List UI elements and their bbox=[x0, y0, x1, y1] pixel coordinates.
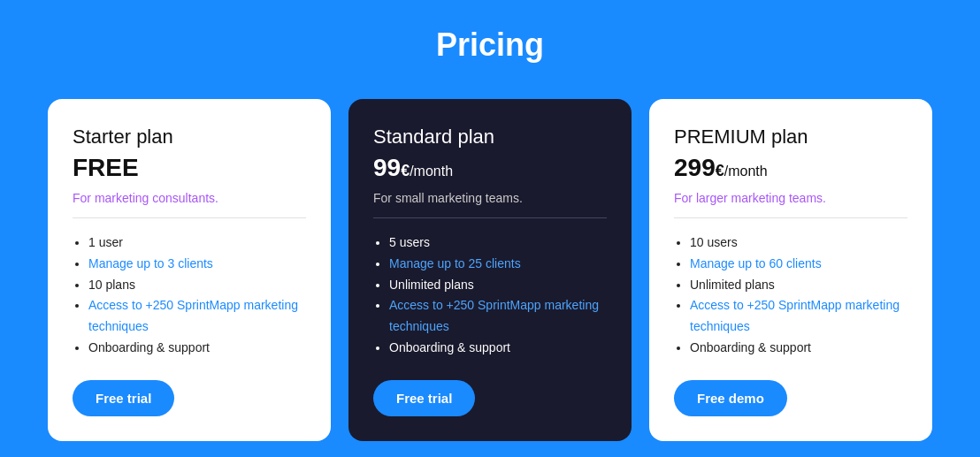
cta-button-premium[interactable]: Free demo bbox=[674, 380, 787, 416]
features-list-starter: 1 userManage up to 3 clients10 plansAcce… bbox=[73, 232, 306, 359]
list-item: Unlimited plans bbox=[389, 275, 607, 296]
plan-subtitle-standard: For small marketing teams. bbox=[373, 191, 607, 205]
plan-name-standard: Standard plan bbox=[373, 126, 607, 149]
cta-button-starter[interactable]: Free trial bbox=[73, 380, 174, 416]
list-item: 10 users bbox=[690, 232, 907, 254]
pricing-card-premium: PREMIUM plan299€/monthFor larger marketi… bbox=[649, 99, 932, 441]
divider-standard bbox=[373, 217, 607, 218]
list-item: Manage up to 3 clients bbox=[88, 254, 306, 275]
list-item: Onboarding & support bbox=[389, 338, 607, 359]
list-item: Manage up to 25 clients bbox=[389, 254, 607, 275]
features-list-standard: 5 usersManage up to 25 clientsUnlimited … bbox=[373, 232, 607, 359]
plan-name-premium: PREMIUM plan bbox=[674, 126, 907, 149]
pricing-card-standard: Standard plan99€/monthFor small marketin… bbox=[348, 99, 632, 441]
plan-name-starter: Starter plan bbox=[73, 126, 306, 149]
plan-price-premium: 299€/month bbox=[674, 154, 907, 182]
pricing-card-starter: Starter planFREEFor marketing consultant… bbox=[48, 99, 331, 441]
plan-price-standard: 99€/month bbox=[373, 154, 607, 182]
plan-subtitle-starter: For marketing consultants. bbox=[73, 191, 306, 205]
divider-starter bbox=[73, 217, 306, 218]
pricing-cards: Starter planFREEFor marketing consultant… bbox=[21, 99, 959, 441]
page-title: Pricing bbox=[436, 27, 544, 64]
list-item: 1 user bbox=[88, 232, 306, 254]
list-item: Access to +250 SprintMapp marketing tech… bbox=[690, 295, 907, 338]
list-item: Unlimited plans bbox=[690, 275, 907, 296]
features-list-premium: 10 usersManage up to 60 clientsUnlimited… bbox=[674, 232, 907, 359]
list-item: Access to +250 SprintMapp marketing tech… bbox=[389, 295, 607, 338]
list-item: 10 plans bbox=[88, 275, 306, 296]
list-item: Onboarding & support bbox=[690, 338, 907, 359]
plan-price-starter: FREE bbox=[73, 154, 306, 182]
list-item: Manage up to 60 clients bbox=[690, 254, 907, 275]
plan-subtitle-premium: For larger marketing teams. bbox=[674, 191, 907, 205]
list-item: 5 users bbox=[389, 232, 607, 254]
cta-button-standard[interactable]: Free trial bbox=[373, 380, 475, 416]
list-item: Onboarding & support bbox=[88, 338, 306, 359]
list-item: Access to +250 SprintMapp marketing tech… bbox=[88, 295, 306, 338]
divider-premium bbox=[674, 217, 907, 218]
